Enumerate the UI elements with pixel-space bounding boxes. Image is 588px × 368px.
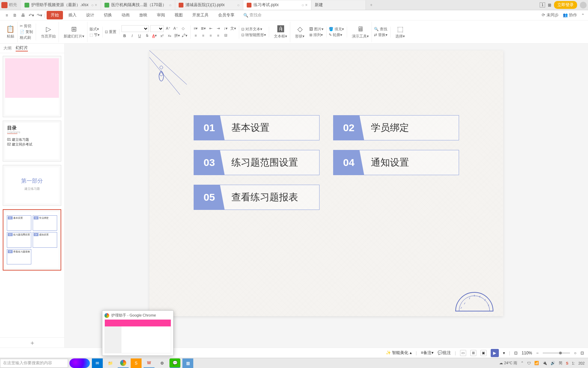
distribute-button[interactable]: ⊟ [223, 32, 229, 39]
find-button[interactable]: 🔍 查找 [374, 27, 388, 32]
menu-tab-slideshow[interactable]: 放映 [135, 11, 151, 19]
align-text-button[interactable]: ⊡ 对齐文本▾ [241, 27, 266, 32]
content-item-02[interactable]: 02 学员绑定 [333, 115, 459, 140]
tab-new-doc[interactable]: 新建 [311, 0, 366, 10]
tab-xlsx-2[interactable]: 医疗机构隔离技...题（170题） ○ [101, 0, 175, 10]
underline-button[interactable]: U [136, 33, 143, 39]
new-tab-button[interactable]: ＋ [366, 2, 377, 8]
app-icon[interactable]: ▦ [182, 358, 193, 368]
tray-volume-icon[interactable]: 🔊 [551, 361, 555, 365]
menu-tab-animation[interactable]: 动画 [117, 11, 134, 19]
notes-toggle[interactable]: ≡备注▾ [421, 350, 434, 356]
close-icon[interactable]: ○ [237, 3, 240, 7]
smart-beautify-button[interactable]: ✨ 智能美化 ▴ [386, 350, 412, 356]
content-item-01[interactable]: 01 基本设置 [194, 115, 320, 140]
copy-button[interactable]: 📄 复制 [20, 29, 33, 34]
chrome-taskbar-icon[interactable] [118, 358, 129, 368]
command-search[interactable]: 🔍 查找命 [243, 12, 262, 18]
superscript-button[interactable]: x² [159, 33, 165, 39]
menu-tab-transition[interactable]: 切换 [100, 11, 116, 19]
section-button[interactable]: ⬚ 节▾ [89, 32, 100, 37]
font-color-button[interactable]: A▾ [151, 33, 158, 39]
menu-tab-review[interactable]: 审阅 [153, 11, 169, 19]
strike-button[interactable]: S̶ [144, 33, 150, 39]
tool-shapes[interactable]: ◇ 形状▾ [292, 22, 307, 42]
text-direction-button[interactable]: 文▾ [230, 26, 236, 32]
window-mode-icon[interactable]: 1 [540, 2, 545, 7]
tray-sogou-icon[interactable]: S [566, 361, 568, 365]
align-right-button[interactable]: ≡ [208, 32, 214, 39]
undo-icon[interactable]: ↶▾ [28, 12, 35, 19]
explorer-icon[interactable]: 📁 [105, 358, 116, 368]
bullets-button[interactable]: ≡▾ [193, 26, 199, 32]
print-icon[interactable]: 🖶 [20, 12, 27, 19]
align-justify-button[interactable]: ≡ [215, 32, 221, 39]
content-item-03[interactable]: 03 练习题范围设置 [194, 150, 320, 175]
login-button[interactable]: 立即登录 [554, 1, 577, 9]
tool-presenter[interactable]: 🖥 演示工具▾ [349, 22, 372, 42]
chrome-preview-popup[interactable]: 护理助手 - Google Chrome [102, 310, 174, 356]
tab-xlsx-1[interactable]: 护理助手视频资源（最新）.xlsx ○ × [21, 0, 101, 10]
menu-tab-vip[interactable]: 会员专享 [214, 11, 239, 19]
content-item-04[interactable]: 04 通知设置 [333, 150, 459, 175]
menu-tab-insert[interactable]: 插入 [64, 11, 81, 19]
font-select[interactable] [121, 25, 149, 32]
picture-button[interactable]: 🖼 图片▾ [309, 27, 324, 32]
indent-dec-button[interactable]: ⇤ [208, 26, 214, 32]
sublime-icon[interactable]: S [131, 358, 142, 368]
view-normal-button[interactable]: ▭ [460, 350, 466, 356]
slide-canvas[interactable]: 01 基本设置 02 学员绑定 03 练习题范围设置 04 通知设置 05 [65, 44, 588, 348]
play-dropdown[interactable]: ▾ [503, 351, 505, 355]
reset-button[interactable]: ⊡ 重置 [105, 29, 116, 34]
menu-tab-devtools[interactable]: 开发工具 [188, 11, 213, 19]
tray-chevron-icon[interactable]: ⌃ [521, 361, 524, 365]
zoom-out-button[interactable]: − [536, 351, 539, 355]
fit-button[interactable]: ⊡ [514, 351, 518, 355]
tool-select[interactable]: ⬚ 选择▾ [393, 22, 408, 42]
slide-thumb-1[interactable] [3, 56, 61, 117]
align-center-button[interactable]: ≡ [200, 32, 206, 39]
smart-convert-button[interactable]: ⊡ 转智能图形▾ [241, 32, 266, 37]
subscript-button[interactable]: x₂ [166, 33, 173, 39]
slide-thumb-3[interactable]: 第一部分 建立练习题 [3, 165, 61, 206]
menu-tab-design[interactable]: 设计 [82, 11, 98, 19]
bold-button[interactable]: B [121, 33, 128, 39]
highlight-button[interactable]: 🖍▾ [181, 33, 187, 39]
close-icon[interactable]: ○ × [301, 3, 308, 7]
slide-thumb-4-selected[interactable]: 01 基本设置 02 学员绑定 03 练习题范围设置 04 通知设置 05 查看… [3, 209, 61, 271]
tab-pptx-active[interactable]: 练习考试.pptx ○ × [243, 0, 311, 10]
layout-button[interactable]: 版式▾ [89, 27, 100, 32]
wechat-icon[interactable]: 💬 [169, 358, 180, 368]
numbering-button[interactable]: ≣▾ [200, 26, 206, 32]
tray-ime-icon[interactable]: 简 [559, 361, 562, 366]
cortana-icon[interactable] [69, 358, 90, 368]
view-sorter-button[interactable]: ⊞ [470, 350, 476, 356]
format-painter[interactable]: 格式刷 [20, 35, 33, 40]
redo-icon[interactable]: ↷▾ [36, 12, 43, 19]
decrease-font-icon[interactable]: A⁻ [173, 26, 179, 32]
tool-paste[interactable]: 📋 粘贴 [3, 22, 18, 42]
grid-icon[interactable]: ⊞ [548, 3, 551, 7]
fill-button[interactable]: 🪣 填充▾ [329, 27, 344, 32]
align-left-button[interactable]: ≡ [193, 32, 199, 39]
menu-tab-view[interactable]: 视图 [170, 11, 187, 19]
tray-time[interactable]: 1: [572, 361, 575, 365]
line-spacing-button[interactable]: ↕▾ [223, 26, 229, 32]
comments-toggle[interactable]: 💬批注 [438, 350, 451, 356]
avatar[interactable] [580, 2, 587, 9]
mail-app-icon[interactable]: ✉ [92, 358, 103, 368]
zoom-slider[interactable] [543, 352, 570, 354]
play-slideshow-button[interactable]: ▶ [491, 349, 499, 357]
menu-icon[interactable]: ≡ [3, 12, 10, 19]
pinyin-button[interactable]: 拼▾ [174, 33, 180, 39]
chevron-up-icon[interactable]: ⌃ [581, 13, 585, 18]
tool-play-current[interactable]: ▷ 当页开始 [38, 22, 59, 42]
close-icon[interactable]: ○ [169, 3, 172, 7]
tray-power-icon[interactable]: 🔌 [542, 361, 547, 365]
tool-textbox[interactable]: 🅰 文本框▾ [271, 22, 290, 42]
indent-inc-button[interactable]: ⇥ [215, 26, 221, 32]
slide-thumb-2[interactable]: 目录 CONTENTS 01 建立练习题 02 建立同步考试 [3, 121, 61, 162]
settings-icon[interactable]: ⚙ [157, 358, 167, 368]
slide[interactable]: 01 基本设置 02 学员绑定 03 练习题范围设置 04 通知设置 05 [149, 50, 503, 316]
outline-button[interactable]: ✎ 轮廓▾ [329, 32, 344, 37]
